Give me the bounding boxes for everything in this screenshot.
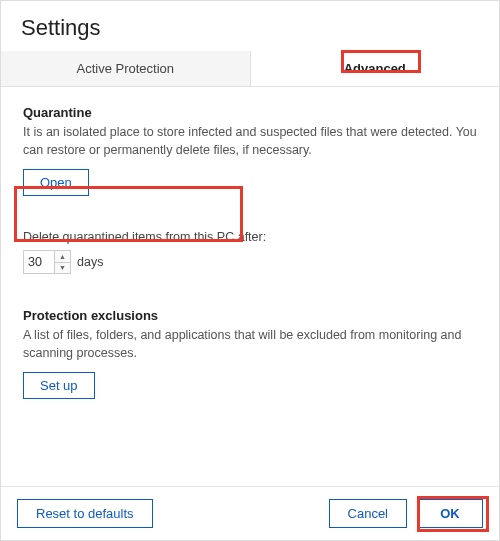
quarantine-section: Quarantine It is an isolated place to st…	[23, 105, 477, 196]
days-unit: days	[77, 255, 103, 269]
exclusions-desc: A list of files, folders, and applicatio…	[23, 327, 477, 362]
settings-header: Settings	[1, 1, 499, 51]
delete-after-row: ▲ ▼ days	[23, 250, 477, 274]
tab-active-protection[interactable]: Active Protection	[1, 51, 251, 86]
days-input[interactable]	[23, 250, 55, 274]
page-title: Settings	[21, 15, 479, 41]
exclusions-title: Protection exclusions	[23, 308, 477, 323]
tab-label: Advanced	[344, 61, 406, 76]
footer-right-group: Cancel OK	[329, 499, 483, 528]
reset-defaults-button[interactable]: Reset to defaults	[17, 499, 153, 528]
delete-after-label: Delete quarantined items from this PC af…	[23, 230, 477, 244]
tab-advanced[interactable]: Advanced	[251, 51, 500, 86]
setup-button[interactable]: Set up	[23, 372, 95, 399]
stepper-up-icon[interactable]: ▲	[55, 251, 70, 263]
ok-button[interactable]: OK	[417, 499, 483, 528]
tab-label: Active Protection	[76, 61, 174, 76]
quarantine-desc: It is an isolated place to store infecte…	[23, 124, 477, 159]
open-button[interactable]: Open	[23, 169, 89, 196]
stepper-buttons: ▲ ▼	[55, 250, 71, 274]
exclusions-section: Protection exclusions A list of files, f…	[23, 308, 477, 399]
cancel-button[interactable]: Cancel	[329, 499, 407, 528]
delete-after-section: Delete quarantined items from this PC af…	[23, 222, 477, 282]
quarantine-title: Quarantine	[23, 105, 477, 120]
days-stepper: ▲ ▼	[23, 250, 71, 274]
content-area: Quarantine It is an isolated place to st…	[1, 87, 499, 443]
stepper-down-icon[interactable]: ▼	[55, 263, 70, 274]
footer-bar: Reset to defaults Cancel OK	[1, 486, 499, 540]
tabs-bar: Active Protection Advanced	[1, 51, 499, 87]
